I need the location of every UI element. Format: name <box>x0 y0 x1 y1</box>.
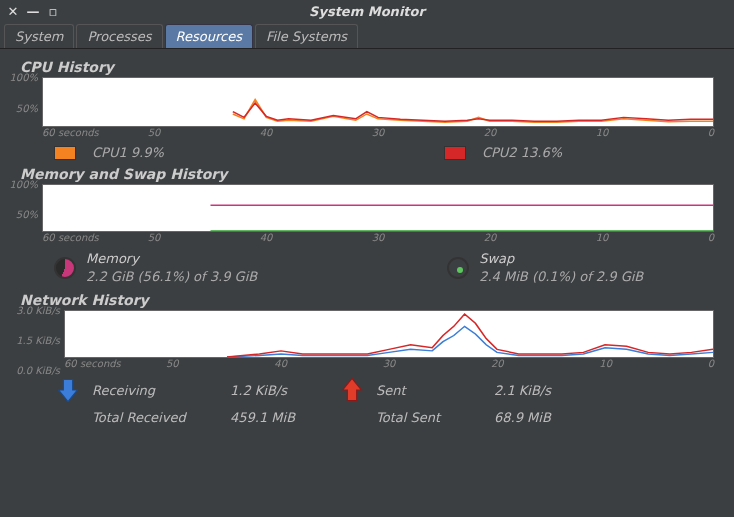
memory-detail: 2.2 GiB (56.1%) of 3.9 GiB <box>86 268 257 286</box>
xtick: 20 <box>491 358 504 369</box>
xtick: 50 <box>148 127 161 138</box>
sent-label: Sent <box>376 383 486 398</box>
xtick: 0 <box>708 358 714 369</box>
cpu1-legend[interactable]: CPU1 9.9% <box>54 145 164 160</box>
window-title: System Monitor <box>0 4 734 19</box>
sent-rate: 2.1 KiB/s <box>494 383 594 398</box>
mem-ytick-100: 100% <box>9 179 42 190</box>
memory-pie-icon <box>54 257 76 279</box>
total-received-value: 459.1 MiB <box>230 410 330 425</box>
swap-item[interactable]: Swap 2.4 MiB (0.1%) of 2.9 GiB <box>447 250 643 286</box>
swap-pie-icon <box>447 257 469 279</box>
total-sent-label: Total Sent <box>376 410 486 425</box>
xtick: 30 <box>372 232 385 243</box>
cpu1-label: CPU1 9.9% <box>92 145 164 160</box>
cpu-legend: CPU1 9.9% CPU2 13.6% <box>14 145 720 160</box>
xtick: 50 <box>148 232 161 243</box>
minimize-icon[interactable]: — <box>26 4 40 18</box>
xtick: 30 <box>372 127 385 138</box>
titlebar: ✕ — ▫ System Monitor <box>0 0 734 22</box>
network-plot <box>65 311 713 357</box>
xtick: 30 <box>383 358 396 369</box>
memory-plot <box>43 185 713 231</box>
cpu-graph: 100% 50% 60 seconds50403020100 <box>42 77 714 139</box>
xtick: 60 seconds <box>42 127 99 138</box>
tab-resources[interactable]: Resources <box>165 24 253 48</box>
memory-section-title: Memory and Swap History <box>20 166 720 182</box>
net-ytick-15: 1.5 KiB/s <box>16 335 64 346</box>
maximize-icon[interactable]: ▫ <box>46 4 60 18</box>
total-received-label: Total Received <box>92 410 222 425</box>
receiving-label: Receiving <box>92 383 222 398</box>
xtick: 0 <box>708 232 714 243</box>
net-ytick-3: 3.0 KiB/s <box>16 305 64 316</box>
net-ytick-0: 0.0 KiB/s <box>16 365 64 376</box>
xtick: 0 <box>708 127 714 138</box>
cpu-plot <box>43 78 713 126</box>
swap-detail: 2.4 MiB (0.1%) of 2.9 GiB <box>479 268 643 286</box>
xtick: 50 <box>166 358 179 369</box>
xtick: 40 <box>274 358 287 369</box>
xtick: 20 <box>484 127 497 138</box>
cpu-ytick-50: 50% <box>16 103 42 114</box>
cpu2-swatch <box>444 146 466 160</box>
xtick: 10 <box>596 232 609 243</box>
network-legend: Receiving 1.2 KiB/s Sent 2.1 KiB/s Total… <box>14 376 720 425</box>
close-icon[interactable]: ✕ <box>6 4 20 18</box>
swap-label: Swap <box>479 250 643 268</box>
cpu-ytick-100: 100% <box>9 72 42 83</box>
cpu-section-title: CPU History <box>20 59 720 75</box>
tab-processes[interactable]: Processes <box>76 24 162 48</box>
receiving-rate: 1.2 KiB/s <box>230 383 330 398</box>
cpu1-swatch <box>54 146 76 160</box>
tab-system[interactable]: System <box>4 24 74 48</box>
memory-item[interactable]: Memory 2.2 GiB (56.1%) of 3.9 GiB <box>54 250 257 286</box>
xtick: 20 <box>484 232 497 243</box>
memory-legend: Memory 2.2 GiB (56.1%) of 3.9 GiB Swap 2… <box>14 250 720 286</box>
xtick: 40 <box>260 232 273 243</box>
download-arrow-icon <box>54 376 82 404</box>
tab-bar: System Processes Resources File Systems <box>0 22 734 49</box>
mem-ytick-50: 50% <box>16 209 42 220</box>
xtick: 10 <box>599 358 612 369</box>
upload-arrow-icon <box>338 376 366 404</box>
network-section-title: Network History <box>20 292 720 308</box>
xtick: 40 <box>260 127 273 138</box>
xtick: 60 seconds <box>42 232 99 243</box>
memory-label: Memory <box>86 250 257 268</box>
tab-file-systems[interactable]: File Systems <box>255 24 358 48</box>
cpu2-label: CPU2 13.6% <box>482 145 562 160</box>
total-sent-value: 68.9 MiB <box>494 410 594 425</box>
cpu2-legend[interactable]: CPU2 13.6% <box>444 145 562 160</box>
memory-graph: 100% 50% 60 seconds50403020100 <box>42 184 714 244</box>
xtick: 60 seconds <box>64 358 121 369</box>
xtick: 10 <box>596 127 609 138</box>
network-graph: 3.0 KiB/s 1.5 KiB/s 0.0 KiB/s 60 seconds… <box>64 310 714 370</box>
